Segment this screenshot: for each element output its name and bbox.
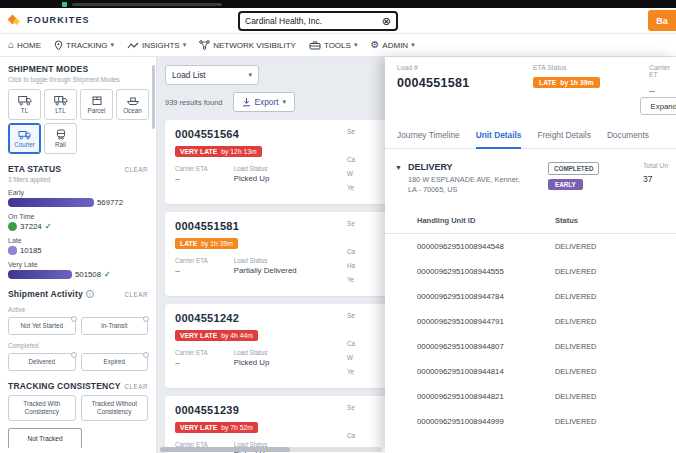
carrier-eta-label: Carrier ETA	[175, 349, 208, 356]
table-row[interactable]: 00000962951008944999 DELIVERED	[385, 409, 676, 434]
truncated-column: Ye	[347, 184, 354, 191]
load-number-label: Load #	[397, 64, 664, 71]
load-card[interactable]: 0004551564 VERY LATE by 12h 13m Carrier …	[165, 120, 403, 204]
table-row[interactable]: 00000962951008944784 DELIVERED	[385, 284, 676, 309]
filter-label: Expired	[104, 358, 125, 366]
eta-status-clear-link[interactable]: CLEAR	[125, 166, 149, 173]
load-card[interactable]: 0004551581 LATE by 1h 39m Carrier ETA --…	[165, 212, 403, 296]
table-row[interactable]: 00000962951008944791 DELIVERED	[385, 309, 676, 334]
eta-ontime-dot	[8, 222, 17, 231]
search-input[interactable]	[245, 16, 382, 26]
eta-late-bar	[8, 246, 17, 255]
tab-documents[interactable]: Documents	[607, 123, 649, 148]
line-chart-icon	[127, 41, 139, 50]
nav-item-home[interactable]: ⌂ HOME	[8, 40, 41, 50]
delivery-stop-row: ▼ DELIVERY 180 W ESPLANADE AVE, Kenner, …	[385, 149, 676, 209]
carrier-eta-value: --	[175, 358, 208, 367]
eta-ontime-row[interactable]: 37224 ✓	[8, 222, 148, 231]
table-row[interactable]: 00000962951008944807 DELIVERED	[385, 334, 676, 359]
nav-item-tools[interactable]: TOOLS ▾	[309, 40, 358, 50]
collapse-triangle-icon[interactable]: ▼	[395, 164, 402, 195]
total-units: Total Un 37	[643, 162, 668, 184]
radio-indicator	[143, 316, 149, 322]
global-search[interactable]: ⊗	[238, 11, 398, 31]
table-row[interactable]: 00000962951008944555 DELIVERED	[385, 259, 676, 284]
tab-unit-details[interactable]: Unit Details	[476, 123, 522, 149]
filter-not-yet-started[interactable]: Not Yet Started	[8, 317, 76, 335]
table-row[interactable]: 00000962951008944814 DELIVERED	[385, 359, 676, 384]
mode-button-ocean[interactable]: Ocean	[116, 89, 149, 120]
eta-verylate-row[interactable]: 501508 ✓	[8, 270, 148, 279]
fourkites-logo[interactable]: FOURKITES	[8, 13, 90, 27]
unit-id-header: Handling Unit ID	[417, 216, 555, 225]
unit-id: 00000962951008944821	[417, 392, 555, 401]
shipment-mode-grid: TL LTL Parcel Ocean Courier Rail	[8, 89, 148, 154]
export-button[interactable]: Export ▾	[233, 92, 296, 112]
nav-item-admin[interactable]: ⚙ ADMIN ▾	[370, 40, 414, 50]
truncated-column: Ca	[347, 340, 355, 347]
status-text: VERY LATE	[180, 424, 217, 431]
nav-item-tracking[interactable]: TRACKING ▾	[54, 40, 114, 51]
sidebar-scrollbar[interactable]	[152, 65, 155, 129]
tab-journey-timeline[interactable]: Journey Timeline	[397, 123, 460, 148]
table-row[interactable]: 00000962951008944821 DELIVERED	[385, 384, 676, 409]
eta-late-row[interactable]: 10185	[8, 246, 148, 255]
active-group-label: Active	[8, 306, 148, 313]
horizontal-scrollbar[interactable]	[160, 447, 382, 452]
load-card[interactable]: 0004551242 VERY LATE by 4h 44m Carrier E…	[165, 304, 403, 388]
load-number: 0004551239	[175, 404, 393, 416]
filter-expired[interactable]: Expired	[81, 353, 149, 371]
stop-info: DELIVERY 180 W ESPLANADE AVE, Kenner, LA…	[408, 162, 528, 195]
filter-tracked-with-consistency[interactable]: Tracked With Consistency	[8, 395, 76, 421]
logo-text: FOURKITES	[27, 15, 90, 25]
browser-url-placeholder	[72, 3, 222, 6]
nav-item-insights[interactable]: INSIGHTS ▾	[127, 41, 186, 50]
mode-button-tl[interactable]: TL	[8, 89, 41, 120]
expand-button[interactable]: Expand	[640, 97, 676, 115]
shipment-activity-clear-link[interactable]: CLEAR	[125, 291, 149, 298]
status-text: VERY LATE	[180, 332, 217, 339]
truncated-column: Ye	[347, 368, 354, 375]
total-units-value: 37	[643, 174, 668, 184]
handling-units-table: Handling Unit ID Status 0000096295100894…	[385, 209, 676, 434]
mode-button-rail[interactable]: Rail	[44, 123, 77, 154]
truncated-column: Ca	[347, 248, 355, 255]
load-number: 0004551242	[175, 312, 393, 324]
filter-tracked-without-consistency[interactable]: Tracked Without Consistency	[81, 395, 149, 421]
eta-early-row[interactable]: 569772	[8, 198, 148, 207]
truncated-column: Se	[347, 128, 355, 135]
scrollbar-thumb[interactable]	[160, 447, 290, 452]
radio-indicator	[143, 352, 149, 358]
unit-status: DELIVERED	[555, 292, 596, 301]
load-detail-panel: Load # 0004551581 ETA Status LATE by 1h …	[385, 57, 676, 453]
carrier-eta-value: --	[175, 266, 208, 275]
ltl-truck-icon	[54, 95, 68, 106]
filters-sidebar: SHIPMENT MODES Click to toggle through S…	[0, 57, 157, 453]
search-clear-icon[interactable]: ⊗	[382, 16, 391, 27]
mode-button-ltl[interactable]: LTL	[44, 89, 77, 120]
load-status-label: Load Status	[234, 257, 297, 264]
network-icon	[199, 40, 210, 50]
carrier-eta-label: Carrier ET	[649, 64, 676, 78]
app-header: FOURKITES ⊗ Ba	[0, 8, 676, 34]
table-header: Handling Unit ID Status	[385, 209, 676, 234]
load-card[interactable]: 0004551239 VERY LATE by 7h 52m Carrier E…	[165, 396, 403, 453]
delay-text: by 1h 39m	[560, 79, 593, 86]
load-list-selector[interactable]: Load List ▾	[165, 65, 259, 85]
filter-in-transit[interactable]: In-Transit	[81, 317, 149, 335]
tab-freight-details[interactable]: Freight Details	[537, 123, 591, 148]
mode-button-courier[interactable]: Courier	[8, 123, 41, 154]
tracking-consistency-clear-link[interactable]: CLEAR	[125, 383, 149, 390]
header-action-button[interactable]: Ba	[648, 10, 676, 31]
nav-label: INSIGHTS	[142, 41, 180, 50]
table-row[interactable]: 00000962951008944548 DELIVERED	[385, 234, 676, 259]
unit-id: 00000962951008944999	[417, 417, 555, 426]
main-nav: ⌂ HOME TRACKING ▾ INSIGHTS ▾ NETWORK VIS…	[0, 34, 676, 57]
filter-delivered[interactable]: Delivered	[8, 353, 76, 371]
truncated-column: Ye	[347, 276, 354, 283]
nav-item-network-visibility[interactable]: NETWORK VISIBILITY	[199, 40, 296, 50]
load-status-value: Picked Up	[234, 174, 270, 183]
mode-button-parcel[interactable]: Parcel	[80, 89, 113, 120]
filter-not-tracked[interactable]: Not Tracked	[8, 428, 82, 448]
carrier-eta-value: --	[175, 174, 208, 183]
